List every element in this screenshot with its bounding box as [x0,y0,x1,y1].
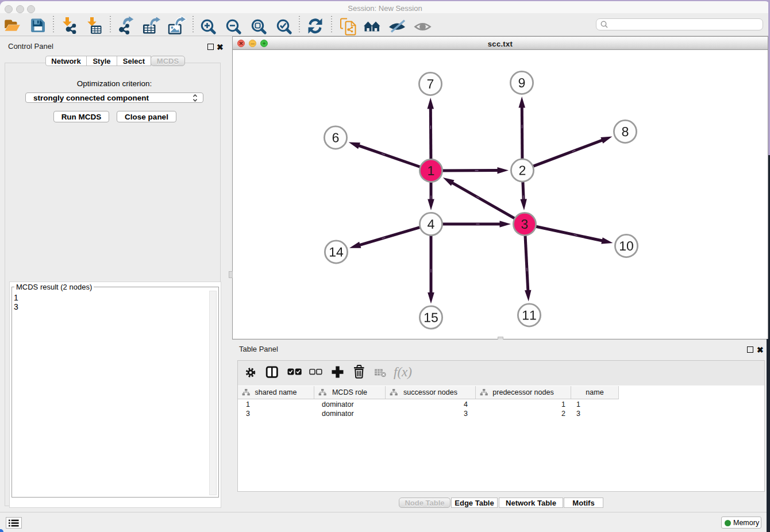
svg-text:f(x): f(x) [394,365,412,379]
